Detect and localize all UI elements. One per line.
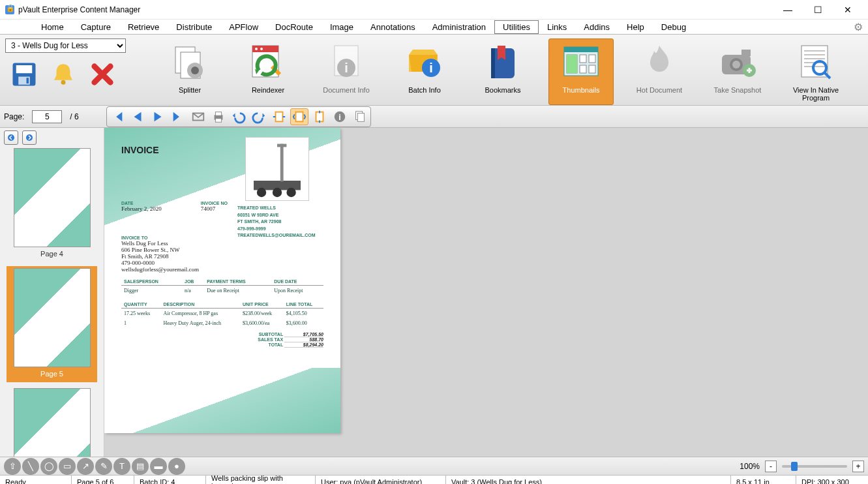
ann-line-icon[interactable]: ╲ xyxy=(22,458,39,475)
undo-button[interactable] xyxy=(230,108,248,125)
next-page-button[interactable] xyxy=(149,108,167,125)
ann-arrow-icon[interactable]: ↗ xyxy=(77,458,94,475)
window-title: pVault Enterprise Content Manager xyxy=(18,5,140,14)
status-bar: Ready Page 5 of 6 Batch ID: 4 Wells pack… xyxy=(0,475,868,484)
svg-rect-18 xyxy=(491,48,495,78)
fit-page-button[interactable] xyxy=(290,108,308,125)
batch-info-icon: i xyxy=(404,42,445,83)
delete-button[interactable] xyxy=(89,61,116,88)
ann-note-icon[interactable]: ▤ xyxy=(132,458,149,475)
ann-stamp-icon[interactable]: ● xyxy=(168,458,185,475)
splitter-button[interactable]: Splitter xyxy=(157,38,222,105)
prev-page-button[interactable] xyxy=(128,108,147,125)
menu-docroute[interactable]: DocRoute xyxy=(267,20,322,34)
copy-button[interactable] xyxy=(351,108,369,125)
zoom-in-button[interactable]: + xyxy=(852,461,864,472)
fit-height-button[interactable] xyxy=(310,108,329,125)
bell-button[interactable] xyxy=(50,61,77,88)
svg-rect-58 xyxy=(277,144,286,147)
menu-retrieve[interactable]: Retrieve xyxy=(119,20,168,34)
svg-point-8 xyxy=(191,67,199,74)
save-button[interactable] xyxy=(10,61,38,88)
svg-rect-1 xyxy=(16,65,33,73)
take-snapshot-button: Take Snapshot xyxy=(705,38,770,105)
thumbnail-page-6[interactable]: Page 6 xyxy=(7,386,97,457)
svg-rect-20 xyxy=(564,47,598,52)
ann-pencil-icon[interactable]: ✎ xyxy=(95,458,112,475)
menu-administration[interactable]: Administration xyxy=(424,20,494,34)
svg-rect-46 xyxy=(316,112,323,121)
vault-select[interactable]: 3 - Wells Dug for Less xyxy=(5,38,126,53)
page-input[interactable] xyxy=(32,110,62,123)
zoom-slider[interactable] xyxy=(782,465,847,468)
svg-text:i: i xyxy=(429,61,433,75)
thumbnail-page-4[interactable]: Page 4 xyxy=(7,146,97,262)
document-info-icon: i xyxy=(325,42,367,83)
status-size: 8.5 x 11 in xyxy=(731,476,796,484)
menu-capture[interactable]: Capture xyxy=(72,20,119,34)
menu-help[interactable]: Help xyxy=(618,20,653,34)
first-page-button[interactable] xyxy=(108,108,127,125)
menu-addins[interactable]: Addins xyxy=(575,20,618,34)
print-button[interactable] xyxy=(209,108,228,125)
menu-home[interactable]: Home xyxy=(33,20,72,34)
view-native-button[interactable]: View In Native Program xyxy=(783,38,848,105)
svg-rect-43 xyxy=(215,118,221,122)
title-bar: pVault Enterprise Content Manager — ☐ ✕ xyxy=(0,0,868,20)
status-ready: Ready xyxy=(0,476,72,484)
status-batch: Batch ID: 4 xyxy=(134,476,206,484)
page-nav-group: i xyxy=(106,106,371,127)
svg-rect-45 xyxy=(295,112,303,121)
svg-text:i: i xyxy=(344,61,348,75)
svg-point-56 xyxy=(286,188,295,197)
menu-image[interactable]: Image xyxy=(322,20,362,34)
menu-bar: Home Capture Retrieve Distribute APFlow … xyxy=(0,20,868,34)
work-area: Page 4 Page 5 Page 6 INVOICE DATEFebruar… xyxy=(0,128,868,457)
document-viewer[interactable]: INVOICE DATEFebruary 2, 2020 INVOICE NO7… xyxy=(104,128,868,457)
thumb-prev-button[interactable] xyxy=(4,130,18,145)
ann-ellipse-icon[interactable]: ◯ xyxy=(40,458,57,475)
minimize-button[interactable]: — xyxy=(773,0,803,20)
info-button[interactable]: i xyxy=(331,108,349,125)
menu-distribute[interactable]: Distribute xyxy=(168,20,220,34)
svg-rect-22 xyxy=(567,55,577,73)
ann-highlight-icon[interactable]: ▬ xyxy=(150,458,167,475)
ann-arrow-up-icon[interactable]: ⇧ xyxy=(4,458,21,475)
redo-button[interactable] xyxy=(250,108,268,125)
document-info-button: iDocument Info xyxy=(314,38,379,105)
page-bar: Page: / 6 i xyxy=(0,106,868,128)
reindexer-button[interactable]: Reindexer xyxy=(235,38,301,105)
fit-width-button[interactable] xyxy=(270,108,288,125)
thumb-next-button[interactable] xyxy=(22,130,37,145)
maximize-button[interactable]: ☐ xyxy=(803,0,833,20)
status-user: User: pva (pVault Administrator) xyxy=(316,476,446,484)
invoice-lines-table: QUANTITYDESCRIPTIONUNIT PRICELINE TOTAL … xyxy=(121,301,323,328)
batch-info-button[interactable]: iBatch Info xyxy=(392,38,457,105)
take-snapshot-icon xyxy=(717,42,758,83)
gear-icon[interactable]: ⚙ xyxy=(854,21,863,33)
last-page-button[interactable] xyxy=(169,108,187,125)
svg-point-51 xyxy=(8,134,14,141)
svg-rect-44 xyxy=(275,112,282,121)
menu-annotations[interactable]: Annotations xyxy=(362,20,424,34)
svg-point-11 xyxy=(255,48,258,50)
menu-apflow[interactable]: APFlow xyxy=(220,20,267,34)
thumbnail-page-5[interactable]: Page 5 xyxy=(7,266,97,382)
ann-text-icon[interactable]: T xyxy=(113,458,130,475)
zoom-out-button[interactable]: - xyxy=(765,461,777,472)
splitter-icon xyxy=(169,42,211,83)
close-button[interactable]: ✕ xyxy=(833,0,863,20)
menu-utilities[interactable]: Utilities xyxy=(494,20,539,34)
svg-point-55 xyxy=(273,188,282,197)
email-button[interactable] xyxy=(189,108,207,125)
svg-point-54 xyxy=(257,188,266,197)
thumbnails-icon xyxy=(560,42,602,83)
menu-links[interactable]: Links xyxy=(539,20,575,34)
ann-rect-icon[interactable]: ▭ xyxy=(59,458,76,475)
bookmarks-button[interactable]: Bookmarks xyxy=(470,38,535,105)
zoom-slider-handle[interactable] xyxy=(791,462,798,471)
svg-point-52 xyxy=(26,134,33,141)
menu-debug[interactable]: Debug xyxy=(653,20,695,34)
thumbnails-button[interactable]: Thumbnails xyxy=(548,38,614,105)
svg-rect-24 xyxy=(589,55,595,63)
